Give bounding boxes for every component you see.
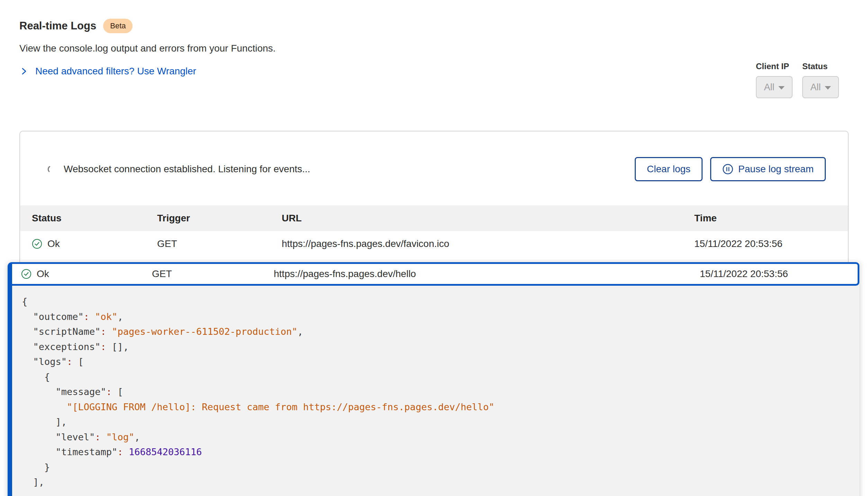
caret-down-icon: [778, 86, 785, 90]
websocket-status: Websocket connection established. Listen…: [47, 164, 310, 175]
client-ip-label: Client IP: [756, 62, 793, 71]
json-line: "level": "log",: [22, 430, 849, 445]
json-line: "message": [: [22, 384, 849, 399]
status-dropdown[interactable]: All: [802, 76, 839, 98]
beta-badge: Beta: [103, 19, 133, 33]
clear-logs-label: Clear logs: [647, 164, 690, 175]
row-trigger: GET: [157, 238, 282, 249]
row-status: Ok: [37, 268, 49, 279]
table-row-expanded[interactable]: Ok GET https://pages-fns.pages.dev/hello…: [12, 262, 859, 286]
expanded-log-entry: Ok GET https://pages-fns.pages.dev/hello…: [8, 262, 859, 496]
row-url: https://pages-fns.pages.dev/hello: [274, 268, 700, 279]
logs-toolbar: Websocket connection established. Listen…: [20, 131, 848, 205]
header-url: URL: [282, 213, 694, 224]
logs-panel: Websocket connection established. Listen…: [19, 131, 849, 496]
filter-client-ip: Client IP All: [756, 62, 793, 98]
clear-logs-button[interactable]: Clear logs: [635, 157, 703, 181]
row-status-cell: Ok: [21, 268, 152, 279]
wrangler-link-label: Need advanced filters? Use Wrangler: [35, 66, 196, 77]
row-url: https://pages-fns.pages.dev/favicon.ico: [282, 238, 694, 249]
log-filters: Client IP All Status All: [756, 62, 839, 98]
row-status: Ok: [47, 238, 60, 249]
status-label: Status: [802, 62, 839, 71]
spinner-icon: [47, 165, 55, 173]
header-time: Time: [694, 213, 836, 224]
row-status-cell: Ok: [32, 238, 157, 249]
chevron-right-icon: [19, 67, 28, 76]
json-line: ],: [22, 414, 849, 430]
caret-down-icon: [825, 86, 831, 90]
websocket-status-text: Websocket connection established. Listen…: [64, 164, 310, 175]
json-line: "[LOGGING FROM /hello]: Request came fro…: [22, 399, 849, 415]
client-ip-dropdown[interactable]: All: [756, 76, 793, 98]
json-line: {: [22, 369, 849, 385]
check-circle-icon: [32, 239, 42, 249]
table-row[interactable]: Ok GET https://pages-fns.pages.dev/favic…: [20, 231, 848, 257]
toolbar-actions: Clear logs Pause log stream: [635, 157, 826, 181]
row-trigger: GET: [152, 268, 274, 279]
json-line: }: [22, 460, 849, 475]
page-description: View the console.log output and errors f…: [19, 43, 849, 54]
json-line: "logs": [: [22, 354, 849, 369]
header-status: Status: [32, 213, 157, 224]
pause-log-stream-label: Pause log stream: [738, 164, 814, 175]
row-time: 15/11/2022 20:53:56: [694, 238, 836, 249]
filter-status: Status All: [802, 62, 839, 98]
row-time: 15/11/2022 20:53:56: [700, 268, 849, 279]
json-line: ],: [22, 475, 849, 490]
page-title: Real-time Logs: [19, 20, 96, 32]
log-json-detail: { "outcome": "ok", "scriptName": "pages-…: [12, 282, 859, 496]
pause-circle-icon: [722, 164, 733, 175]
json-line: "outcome": "ok",: [22, 309, 849, 324]
header-trigger: Trigger: [157, 213, 282, 224]
json-line: "exceptions": [],: [22, 339, 849, 355]
check-circle-icon: [21, 269, 31, 279]
json-line: "timestamp": 1668542036116: [22, 444, 849, 460]
page-header: Real-time Logs Beta: [19, 19, 849, 33]
pause-log-stream-button[interactable]: Pause log stream: [710, 157, 826, 181]
wrangler-link[interactable]: Need advanced filters? Use Wrangler: [19, 66, 196, 77]
json-line: {: [22, 294, 849, 309]
table-header: Status Trigger URL Time: [20, 205, 848, 231]
status-value: All: [810, 82, 821, 93]
json-line: "scriptName": "pages-worker--611502-prod…: [22, 324, 849, 339]
client-ip-value: All: [764, 82, 774, 93]
